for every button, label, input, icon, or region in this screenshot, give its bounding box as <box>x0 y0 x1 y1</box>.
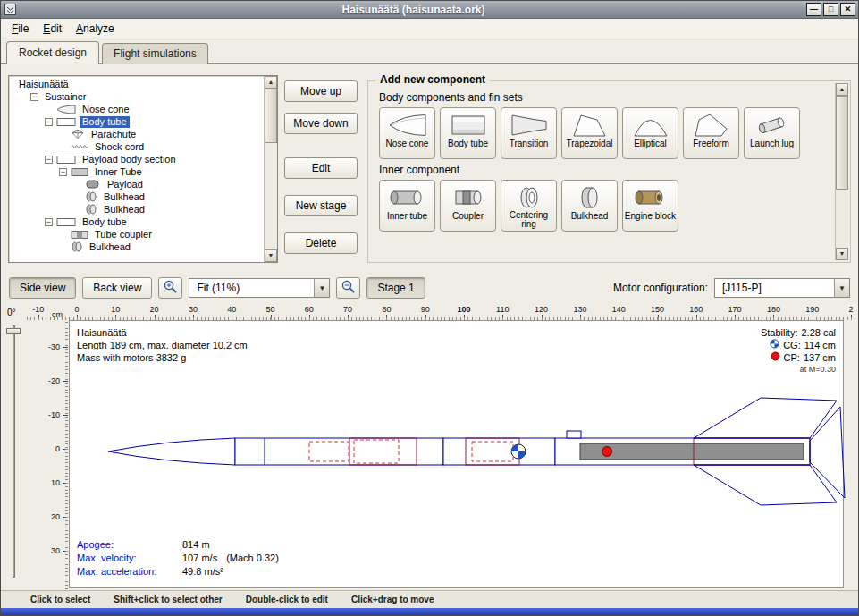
collapse-icon[interactable]: − <box>59 168 67 176</box>
scroll-up-icon[interactable]: ▲ <box>265 76 277 89</box>
collapse-icon[interactable]: − <box>30 93 38 101</box>
palette-nose-cone[interactable]: Nose cone <box>379 107 435 159</box>
palette-freeform[interactable]: Freeform <box>683 107 739 159</box>
tab-flight-simulations[interactable]: Flight simulations <box>102 43 208 64</box>
maximize-button[interactable]: □ <box>823 3 838 16</box>
tube-coupler-icon <box>71 230 88 240</box>
window-icon <box>4 4 17 16</box>
scroll-down-icon[interactable]: ▼ <box>836 248 848 260</box>
tree-item-label: Haisunäätä <box>16 79 72 90</box>
rocket-diagram: 0° -100102030405060708090100110120130140… <box>1 304 858 590</box>
parachute-icon <box>71 129 85 139</box>
move-down-button[interactable]: Move down <box>284 113 358 134</box>
tree-item-body-tube[interactable]: −Body tube <box>13 115 264 128</box>
tree-scrollbar[interactable]: ▲ ▼ <box>264 76 277 262</box>
tab-rocket-design[interactable]: Rocket design <box>6 41 99 64</box>
collapse-icon[interactable]: − <box>45 118 53 126</box>
cp-icon <box>771 351 780 364</box>
ruler-unit: cm <box>52 310 63 319</box>
close-button[interactable]: ✕ <box>840 3 855 16</box>
zoom-out-button[interactable] <box>336 277 360 299</box>
tree-item-nose-cone[interactable]: Nose cone <box>13 103 264 115</box>
tree-item-bulkhead[interactable]: Bulkhead <box>13 240 264 253</box>
rocket-mass: Mass with motors 3832 g <box>77 351 248 364</box>
window-controls: —□✕ <box>806 3 855 16</box>
zoom-value: Fit (11%) <box>189 282 314 294</box>
move-up-button[interactable]: Move up <box>284 80 358 102</box>
tree-item-parachute[interactable]: Parachute <box>13 128 264 140</box>
scrollbar-thumb[interactable] <box>265 89 277 143</box>
stage-1-toggle[interactable]: Stage 1 <box>366 277 425 299</box>
menu-edit[interactable]: Edit <box>36 20 69 38</box>
palette-trapezoidal[interactable]: Trapezoidal <box>561 107 618 159</box>
rocket-info: Haisunäätä Length 189 cm, max. diameter … <box>77 326 248 364</box>
tree-item-tube-coupler[interactable]: Tube coupler <box>13 228 264 240</box>
palette-centering-ring[interactable]: Centering ring <box>501 180 557 232</box>
collapse-icon[interactable]: − <box>45 156 53 164</box>
collapse-icon[interactable]: − <box>45 218 53 226</box>
h-ruler: -100102030405060708090100110120130140150… <box>26 304 858 320</box>
panel-title: Add new component <box>375 73 490 86</box>
tree-item-sustainer[interactable]: −Sustainer <box>13 90 264 103</box>
tree-items: Haisunäätä−SustainerNose cone−Body tubeP… <box>9 76 264 262</box>
menu-analyze[interactable]: Analyze <box>69 20 122 38</box>
tree-item-payload-body-section[interactable]: −Payload body section <box>13 153 264 165</box>
body-tube-icon <box>448 111 489 139</box>
design-canvas[interactable]: Haisunäätä Length 189 cm, max. diameter … <box>69 320 844 588</box>
palette-elliptical[interactable]: Elliptical <box>622 107 678 159</box>
tree-item-label: Payload body section <box>80 154 179 165</box>
engine-block-icon <box>630 183 671 212</box>
body-tube-icon <box>56 117 76 127</box>
new-stage-button[interactable]: New stage <box>284 195 358 216</box>
tree-item-inner-tube[interactable]: −Inner Tube <box>13 165 264 178</box>
palette-launch-lug[interactable]: Launch lug <box>744 107 800 159</box>
bulkhead-icon <box>71 241 83 252</box>
palette-bulkhead[interactable]: Bulkhead <box>561 180 618 232</box>
tree-item-body-tube[interactable]: −Body tube <box>13 215 264 228</box>
group-label-inner-component: Inner component <box>379 164 830 176</box>
edit-button[interactable]: Edit <box>284 157 358 179</box>
palette-inner-tube[interactable]: Inner tube <box>379 180 435 232</box>
view-toolbar: Side view Back view Fit (11%) ▼ Stage 1 … <box>1 272 858 304</box>
zoom-select[interactable]: Fit (11%) ▼ <box>189 278 330 298</box>
scroll-up-icon[interactable]: ▲ <box>836 83 848 96</box>
component-tree: Haisunäätä−SustainerNose cone−Body tubeP… <box>8 75 278 263</box>
slider-handle[interactable] <box>6 328 21 334</box>
action-column: Move upMove downEditNew stageDelete <box>284 75 361 263</box>
add-component-panel: Add new component Body components and fi… <box>367 80 851 263</box>
tree-item-label: Tube coupler <box>92 229 155 240</box>
tree-item-haisun-t[interactable]: Haisunäätä <box>13 78 264 90</box>
back-view-button[interactable]: Back view <box>82 277 152 299</box>
rotation-slider[interactable] <box>13 325 15 578</box>
tree-item-bulkhead[interactable]: Bulkhead <box>13 190 264 203</box>
side-view-button[interactable]: Side view <box>9 277 76 299</box>
tree-item-shock-cord[interactable]: Shock cord <box>13 140 264 153</box>
mach-note: at M=0.30 <box>761 365 836 374</box>
chevron-down-icon: ▼ <box>314 279 329 297</box>
palette-scrollbar[interactable]: ▲ ▼ <box>835 83 848 260</box>
motor-config-select[interactable]: [J115-P] ▼ <box>714 278 850 298</box>
result-max-acceleration: Max. acceleration:49.8 m/s² <box>77 565 279 578</box>
scroll-down-icon[interactable]: ▼ <box>265 249 277 262</box>
hint-double-click-to-edit: Double-click to edit <box>246 595 328 604</box>
palette-engine-block[interactable]: Engine block <box>622 180 678 232</box>
zoom-in-button[interactable] <box>158 277 182 299</box>
tree-item-label: Bulkhead <box>101 191 147 203</box>
palette-body-tube[interactable]: Body tube <box>440 107 496 159</box>
tree-item-payload[interactable]: Payload <box>13 178 264 190</box>
palette-transition[interactable]: Transition <box>501 107 557 159</box>
bulkhead-icon <box>569 183 611 212</box>
menu-file[interactable]: File <box>4 20 36 38</box>
tabs-row: Rocket designFlight simulations <box>1 38 858 64</box>
design-top-section: Haisunäätä−SustainerNose cone−Body tubeP… <box>1 64 858 272</box>
title-bar: Haisunäätä (haisunaata.ork) —□✕ <box>1 1 858 19</box>
bulkhead-icon <box>85 204 97 215</box>
tree-item-label: Shock cord <box>92 141 147 153</box>
delete-button[interactable]: Delete <box>284 232 358 254</box>
tree-item-bulkhead[interactable]: Bulkhead <box>13 203 264 215</box>
result-apogee: Apogee:814 m <box>77 538 279 552</box>
palette-coupler[interactable]: Coupler <box>440 180 496 232</box>
scrollbar-thumb[interactable] <box>836 96 848 190</box>
zoom-in-icon <box>163 279 178 297</box>
minimize-button[interactable]: — <box>806 3 821 16</box>
